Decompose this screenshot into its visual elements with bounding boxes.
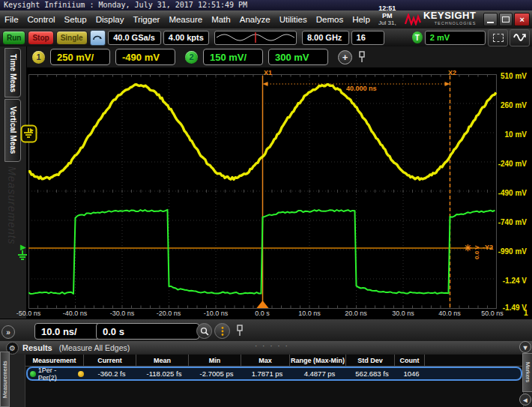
expand-panel-button[interactable]: » <box>1 325 15 339</box>
single-button[interactable]: Single <box>56 31 88 45</box>
col-measurement[interactable]: Measurement <box>25 355 83 366</box>
col-mean[interactable]: Mean <box>136 355 188 366</box>
col-current[interactable]: Current <box>83 355 136 366</box>
menu-math[interactable]: Math <box>207 15 235 24</box>
waveform-tool-button[interactable] <box>510 29 530 46</box>
add-channel-button[interactable]: + <box>338 50 352 64</box>
results-panel: ⚙ Results (Measure All Edges) · · · · · … <box>0 341 532 407</box>
scroll-up-button[interactable]: ▾ <box>519 341 531 353</box>
menu-trigger[interactable]: Trigger <box>128 15 164 24</box>
y-axis-label: 510 mV <box>492 72 527 80</box>
tab-time-meas[interactable]: Time Meas <box>4 48 21 97</box>
pin-icon[interactable] <box>357 51 366 63</box>
value-mean: -118.025 fs <box>138 370 190 378</box>
trigger-chip[interactable]: T <box>412 31 423 43</box>
menu-display[interactable]: Display <box>91 15 129 24</box>
minimize-icon <box>487 22 494 23</box>
x1-marker-label[interactable]: X1 <box>264 69 272 76</box>
waveform-preview-icon <box>217 31 294 43</box>
measurement-warn-icon <box>78 371 84 377</box>
channel2-offset-field[interactable]: 300 mV <box>268 49 328 65</box>
menu-analyze[interactable]: Analyze <box>235 15 275 24</box>
col-count[interactable]: Count <box>394 355 424 366</box>
y2-asterisk-icon[interactable]: ✳ <box>464 243 471 253</box>
value-range: 4.4877 ps <box>291 370 348 378</box>
menu-help[interactable]: Help <box>348 15 375 24</box>
channel1-offset-field[interactable]: -490 mV <box>115 49 175 65</box>
minimize-button[interactable] <box>483 13 497 26</box>
ch2-ground-icon[interactable] <box>16 250 28 261</box>
tab-markers[interactable]: Markers <box>522 353 532 392</box>
value-max: 1.7871 ps <box>243 370 291 378</box>
tab-measurements[interactable]: Measurements <box>0 352 10 407</box>
timebase-position-field[interactable]: 0.0 s <box>96 323 199 340</box>
menu-file[interactable]: File <box>0 15 23 24</box>
menu-demos[interactable]: Demos <box>312 15 348 24</box>
value-current: -360.2 fs <box>85 370 138 378</box>
y2-marker-label[interactable]: -Y2 <box>483 244 493 251</box>
col-range[interactable]: Range (Max-Min) <box>289 355 345 366</box>
results-title: Results <box>22 343 52 352</box>
channel1-scale-field[interactable]: 250 mV/ <box>50 49 110 65</box>
magnifier-icon <box>200 327 209 336</box>
brand-name: KEYSIGHT <box>423 12 476 19</box>
averages-field[interactable]: 16 <box>351 31 384 45</box>
measurements-watermark: Measurements <box>6 166 18 245</box>
x-axis-label: -30.0 ns <box>104 310 140 317</box>
zoom-button[interactable] <box>196 323 212 339</box>
ch1-ground-marker[interactable] <box>20 124 37 143</box>
keysight-logo: KEYSIGHT TECHNOLOGIES <box>405 12 476 27</box>
menu-setup[interactable]: Setup <box>60 15 91 24</box>
x-axis-label: 0.0 s <box>244 310 280 317</box>
measurement-row[interactable]: 1Per - Per(2) -360.2 fs -118.025 fs -2.7… <box>26 367 522 381</box>
x-axis-label: 10.0 ns <box>291 310 327 317</box>
x-axis-label: 40.0 ns <box>432 310 468 317</box>
channel2-chip[interactable]: 2 <box>185 51 198 64</box>
sample-rate-field[interactable]: 40.0 GSa/s <box>108 31 161 45</box>
col-stddev[interactable]: Std Dev <box>345 355 394 366</box>
x-axis-label: 30.0 ns <box>385 310 421 317</box>
acquisition-preview[interactable] <box>214 31 297 45</box>
delta-time-label: 40.000 ns <box>346 85 377 92</box>
x2-marker-label[interactable]: X2 <box>448 69 456 76</box>
intensity-button[interactable] <box>214 323 230 339</box>
col-max[interactable]: Max <box>241 355 289 366</box>
memory-depth-field[interactable]: 4.00 kpts <box>163 31 209 45</box>
x-axis-label: -20.0 ns <box>151 310 187 317</box>
y-axis-label: -1.24 V <box>492 277 527 285</box>
timebase-bar: » H 10.0 ns/ 0.0 s <box>0 319 532 342</box>
dotted-column-icon <box>219 326 226 337</box>
zoom-select-button[interactable] <box>488 29 508 46</box>
value-min: -2.7005 ps <box>190 370 243 378</box>
pin-icon[interactable] <box>235 325 244 337</box>
timebase-scale-field[interactable]: 10.0 ns/ <box>34 323 103 340</box>
selection-box-icon <box>493 34 504 42</box>
channel1-chip[interactable]: 1 <box>32 51 45 64</box>
tab-vertical-meas[interactable]: Vertical Meas <box>4 99 21 162</box>
channel2-scale-field[interactable]: 150 mV/ <box>203 49 263 65</box>
scope-grid[interactable] <box>28 74 497 309</box>
restore-button[interactable] <box>499 13 513 26</box>
x-axis-label: 20.0 ns <box>338 310 374 317</box>
menu-control[interactable]: Control <box>23 15 60 24</box>
results-subtitle: (Measure All Edges) <box>59 343 130 352</box>
measurement-status-icon <box>30 371 36 377</box>
col-min[interactable]: Min <box>188 355 241 366</box>
menu-measure[interactable]: Measure <box>164 15 207 24</box>
clock-time: 12:51 PM <box>375 4 400 19</box>
value-stddev: 562.683 fs <box>348 370 396 378</box>
trigger-level-field[interactable]: 2 mV <box>425 31 486 45</box>
bandwidth-field[interactable]: 8.00 GHz <box>302 31 349 45</box>
x-axis-label: 50.0 ns <box>474 310 510 317</box>
clear-display-button[interactable] <box>90 30 106 46</box>
value-count: 1046 <box>396 370 426 378</box>
scroll-down-button[interactable]: ◂ <box>519 394 531 406</box>
close-button[interactable]: × <box>514 13 530 26</box>
col-filler <box>424 355 523 366</box>
acquisition-toolbar: Run Stop Single 40.0 GSa/s 4.00 kpts 8.0… <box>0 28 532 46</box>
x-axis-label: -10.0 ns <box>198 310 234 317</box>
drag-handle[interactable]: · · · · · <box>255 342 289 350</box>
menu-utilities[interactable]: Utilities <box>275 15 312 24</box>
run-button[interactable]: Run <box>2 31 25 45</box>
stop-button[interactable]: Stop <box>28 31 53 45</box>
